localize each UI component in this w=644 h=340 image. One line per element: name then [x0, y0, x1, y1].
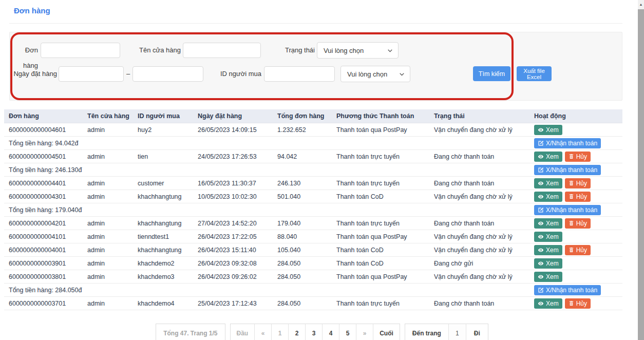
receive-payment-button-label: X/Nhận thanh toán — [546, 287, 597, 294]
cell-order-date: 26/04/2023 15:11:40 — [193, 247, 273, 254]
cell-store-name: admin — [83, 180, 133, 187]
header-cell: Đơn hàng — [4, 112, 83, 120]
cell-store-name: admin — [83, 273, 133, 280]
header-cell: Ngày đặt hàng — [193, 112, 273, 120]
cell-actions: XemHủy — [529, 152, 622, 162]
cell-order-date: 26/04/2023 17:22:05 — [193, 233, 273, 240]
table-row: 6000000000004001adminkhachhangtung26/04/… — [4, 243, 622, 257]
receive-payment-button[interactable]: X/Nhận thanh toán — [534, 285, 601, 295]
page-last-button[interactable]: Cuối — [373, 324, 400, 340]
page-2-button[interactable]: 2 — [289, 324, 306, 340]
cancel-button[interactable]: Hủy — [565, 178, 591, 188]
view-button[interactable]: Xem — [534, 272, 562, 282]
order-code-input[interactable] — [41, 43, 120, 58]
view-button[interactable]: Xem — [534, 232, 562, 242]
header-cell: Hoạt động — [529, 112, 622, 120]
cell-buyer-id: tienndtest1 — [133, 233, 193, 240]
order-table-body: 6000000000004601adminhuy226/05/2023 14:0… — [4, 123, 622, 310]
eye-icon — [538, 247, 544, 253]
trash-icon — [569, 247, 574, 253]
receive-payment-button-label: X/Nhận thanh toán — [546, 206, 597, 214]
view-button[interactable]: Xem — [534, 298, 562, 309]
cell-store-name: admin — [83, 233, 133, 240]
page-4-button[interactable]: 4 — [323, 324, 339, 340]
cell-actions: X/Nhận thanh toán — [529, 285, 622, 295]
cell-order-date: 25/04/2023 17:12:43 — [193, 300, 273, 307]
cell-order-total: 105.040 — [273, 247, 332, 254]
cell-status: Vận chuyển đang chờ xử lý — [429, 247, 529, 254]
trash-icon — [569, 154, 574, 159]
buyer-id-input[interactable] — [264, 66, 335, 82]
view-button-label: Xem — [546, 126, 559, 134]
cell-buyer-id: customer — [133, 180, 193, 187]
cell-store-name: admin — [83, 300, 133, 307]
cell-order-id: 6000000000003701 — [4, 300, 83, 307]
view-button-label: Xem — [546, 193, 559, 200]
view-button-label: Xem — [546, 300, 559, 307]
status-select-value: Vui lòng chọn — [324, 47, 364, 54]
receive-payment-button[interactable]: X/Nhận thanh toán — [534, 138, 601, 148]
cancel-button-label: Hủy — [576, 153, 587, 160]
goto-page-label: Đến trang — [405, 330, 448, 337]
view-button[interactable]: Xem — [534, 152, 562, 162]
table-row: 6000000000004601adminhuy226/05/2023 14:0… — [4, 123, 622, 137]
goto-page-input[interactable] — [448, 324, 466, 340]
cell-order-id: 6000000000003801 — [4, 273, 83, 280]
cell-status: Vận chuyển đang chờ xử lý — [429, 273, 529, 280]
status-select[interactable]: Vui lòng chọn — [317, 42, 399, 59]
view-button[interactable]: Xem — [534, 178, 562, 188]
scrollbar[interactable]: ▲ — [638, 0, 644, 340]
cell-status: Đang chờ thanh toán — [429, 220, 529, 227]
view-button-label: Xem — [546, 260, 559, 267]
view-button[interactable]: Xem — [534, 258, 562, 269]
table-row: 6000000000004101admintienndtest126/04/20… — [4, 230, 622, 243]
view-button[interactable]: Xem — [534, 125, 562, 135]
export-excel-button[interactable]: Xuất file Excel — [517, 66, 552, 81]
receive-payment-button[interactable]: X/Nhận thanh toán — [534, 205, 601, 215]
cell-buyer-id: khachhangtung — [133, 220, 193, 227]
cancel-button[interactable]: Hủy — [565, 218, 591, 229]
cancel-button[interactable]: Hủy — [565, 192, 591, 202]
table-row: 6000000000003801adminkhachdemo326/04/202… — [4, 270, 622, 284]
page-3-button[interactable]: 3 — [306, 324, 323, 340]
cell-status: Đang chờ gửi — [429, 260, 529, 267]
cell-payment-method: Thanh toán qua PostPay — [332, 273, 429, 280]
cell-store-name: admin — [83, 247, 133, 254]
receive-payment-button[interactable]: X/Nhận thanh toán — [534, 165, 601, 175]
view-button-label: Xem — [546, 220, 559, 227]
title-divider — [9, 23, 622, 24]
view-button[interactable]: Xem — [534, 245, 562, 255]
cell-order-total: 284.050 — [273, 273, 332, 280]
search-button[interactable]: Tìm kiếm — [473, 66, 510, 81]
view-button[interactable]: Xem — [534, 192, 562, 202]
date-from-input[interactable] — [59, 66, 124, 82]
cell-order-id: 6000000000004301 — [4, 193, 83, 200]
page-5-button[interactable]: 5 — [339, 324, 356, 340]
scroll-up-button[interactable]: ▲ — [638, 0, 644, 8]
page-prev-button: « — [255, 324, 272, 340]
table-row: 6000000000004201adminkhachhangtung27/04/… — [4, 217, 622, 230]
cancel-button[interactable]: Hủy — [565, 152, 591, 162]
header-cell: Tổng đơn hàng — [273, 112, 332, 120]
eye-icon — [538, 274, 544, 280]
summary-total-label: Tổng tiền hàng: 246.130đ — [4, 166, 529, 174]
cell-buyer-id: khachdemo2 — [133, 260, 193, 267]
view-button-label: Xem — [546, 233, 559, 240]
eye-icon — [538, 154, 544, 160]
cell-store-name: admin — [83, 193, 133, 200]
page-next-button[interactable]: » — [356, 324, 373, 340]
header-cell: Phương thức Thanh toán — [332, 112, 429, 120]
secondary-select[interactable]: Vui lòng chọn — [340, 66, 410, 82]
edit-icon — [538, 207, 544, 213]
cell-order-total: 246.130 — [273, 180, 332, 187]
view-button[interactable]: Xem — [534, 218, 562, 229]
cell-order-date: 26/04/2023 09:26:02 — [193, 273, 273, 280]
cell-payment-method: Thanh toán CoD — [332, 260, 429, 267]
scrollbar-thumb[interactable] — [638, 9, 644, 340]
cancel-button[interactable]: Hủy — [565, 245, 591, 255]
table-row: 6000000000004401admincustomer16/05/2023 … — [4, 177, 622, 190]
cell-order-total: 94.042 — [273, 153, 332, 160]
cell-payment-method: Thanh toán trực tuyến — [332, 300, 429, 307]
go-button[interactable]: Đi — [466, 324, 488, 340]
cancel-button[interactable]: Hủy — [565, 298, 591, 309]
